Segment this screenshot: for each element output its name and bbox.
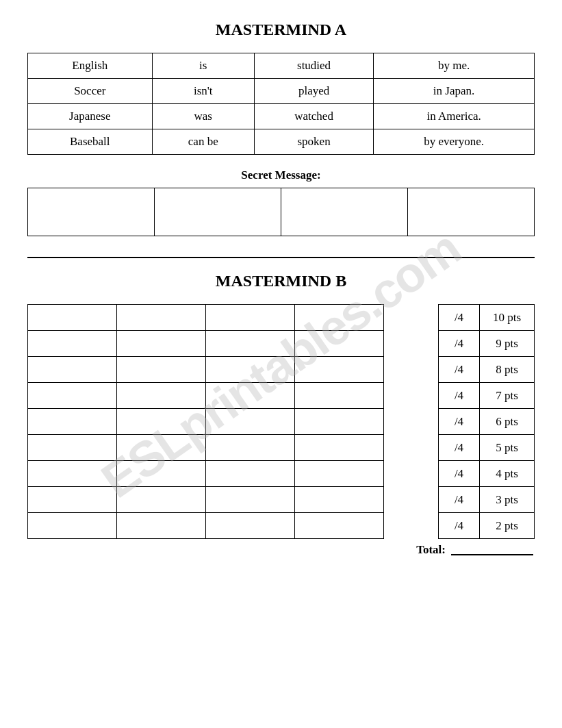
b-left-cell[interactable] [117,435,206,461]
total-row: Total: [27,543,535,557]
b-right-row: /43 pts [439,487,535,513]
b-left-cell[interactable] [117,357,206,383]
b-left-row [28,487,384,513]
b-left-cell[interactable] [117,487,206,513]
left-table [27,304,384,539]
b-left-cell[interactable] [206,513,295,539]
table-cell: was [152,104,254,129]
b-left-cell[interactable] [206,331,295,357]
pts-cell: 3 pts [480,487,535,513]
secret-message-label: Secret Message: [27,168,535,182]
total-label: Total: [416,543,446,557]
score-cell: /4 [439,409,480,435]
b-left-cell[interactable] [295,383,384,409]
b-left-cell[interactable] [206,383,295,409]
right-table: /410 pts/49 pts/48 pts/47 pts/46 pts/45 … [438,304,535,539]
b-left-cell[interactable] [295,331,384,357]
section-a-title: MASTERMIND A [27,21,535,39]
secret-cell-2[interactable] [155,188,281,236]
secret-cell-1[interactable] [28,188,155,236]
b-left-cell[interactable] [295,513,384,539]
b-left-cell[interactable] [28,409,117,435]
table-row: Soccerisn'tplayedin Japan. [28,79,535,104]
b-table-wrapper: /410 pts/49 pts/48 pts/47 pts/46 pts/45 … [27,304,535,539]
b-left-cell[interactable] [295,357,384,383]
b-left-row [28,331,384,357]
pts-cell: 5 pts [480,435,535,461]
b-left-cell[interactable] [28,435,117,461]
score-cell: /4 [439,487,480,513]
b-left-cell[interactable] [117,409,206,435]
pts-cell: 8 pts [480,357,535,383]
table-cell: in America. [374,104,535,129]
table-cell: is [152,53,254,79]
table-cell: Japanese [28,104,153,129]
b-right-row: /48 pts [439,357,535,383]
secret-cell-3[interactable] [281,188,408,236]
table-cell: Baseball [28,129,153,155]
pts-cell: 9 pts [480,331,535,357]
b-left-cell[interactable] [295,487,384,513]
b-left-cell[interactable] [28,305,117,331]
score-cell: /4 [439,331,480,357]
total-line[interactable] [451,543,533,555]
b-left-section [27,304,438,539]
b-left-cell[interactable] [206,461,295,487]
b-right-section: /410 pts/49 pts/48 pts/47 pts/46 pts/45 … [438,304,535,539]
b-left-cell[interactable] [28,331,117,357]
b-left-cell[interactable] [28,487,117,513]
score-cell: /4 [439,357,480,383]
b-left-cell[interactable] [295,409,384,435]
b-left-cell[interactable] [206,305,295,331]
b-left-row [28,461,384,487]
b-left-cell[interactable] [117,331,206,357]
table-cell: studied [254,53,373,79]
b-left-cell[interactable] [28,513,117,539]
b-left-cell[interactable] [117,305,206,331]
b-left-cell[interactable] [117,461,206,487]
b-left-cell[interactable] [28,461,117,487]
b-left-row [28,409,384,435]
table-cell: watched [254,104,373,129]
b-left-cell[interactable] [117,383,206,409]
b-left-cell[interactable] [28,357,117,383]
table-cell: by everyone. [374,129,535,155]
pts-cell: 7 pts [480,383,535,409]
b-left-cell[interactable] [206,435,295,461]
b-left-cell[interactable] [295,305,384,331]
section-b-title: MASTERMIND B [27,272,535,290]
pts-cell: 2 pts [480,513,535,539]
secret-table [27,188,535,236]
b-left-cell[interactable] [295,461,384,487]
table-cell: by me. [374,53,535,79]
score-cell: /4 [439,383,480,409]
main-table: Englishisstudiedby me.Soccerisn'tplayedi… [27,53,535,155]
b-left-row [28,357,384,383]
b-left-cell[interactable] [117,513,206,539]
table-cell: English [28,53,153,79]
table-row: Baseballcan bespokenby everyone. [28,129,535,155]
table-cell: Soccer [28,79,153,104]
table-cell: can be [152,129,254,155]
b-left-cell[interactable] [206,357,295,383]
b-left-cell[interactable] [206,487,295,513]
table-cell: in Japan. [374,79,535,104]
b-left-cell[interactable] [28,383,117,409]
b-left-row [28,383,384,409]
b-left-cell[interactable] [295,435,384,461]
b-left-row [28,513,384,539]
secret-cell-4[interactable] [408,188,535,236]
pts-cell: 4 pts [480,461,535,487]
b-right-row: /44 pts [439,461,535,487]
score-cell: /4 [439,461,480,487]
section-divider [27,257,535,258]
pts-cell: 6 pts [480,409,535,435]
b-left-row [28,435,384,461]
b-right-row: /42 pts [439,513,535,539]
b-left-cell[interactable] [206,409,295,435]
table-cell: isn't [152,79,254,104]
b-right-row: /410 pts [439,305,535,331]
table-cell: played [254,79,373,104]
secret-table-row [28,188,535,236]
table-cell: spoken [254,129,373,155]
